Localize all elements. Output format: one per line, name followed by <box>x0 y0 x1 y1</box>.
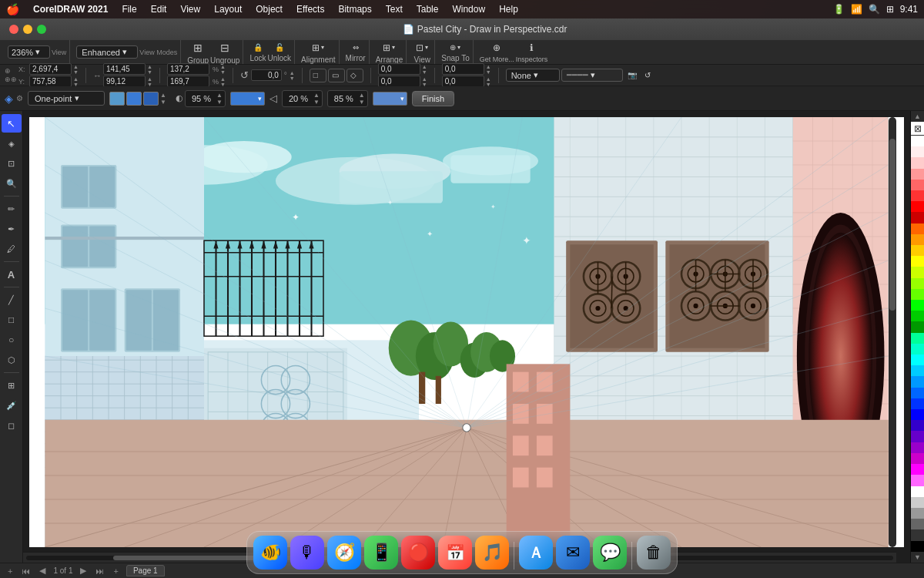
none-dropdown[interactable]: None ▾ <box>506 69 560 82</box>
linestyle-dropdown[interactable]: ━━━━ ▾ <box>561 69 623 82</box>
close-button[interactable] <box>9 25 18 34</box>
color-teal-light[interactable] <box>911 344 924 355</box>
color-purple[interactable] <box>911 442 924 453</box>
color-dark-grey[interactable] <box>911 519 924 529</box>
color-swatch-2[interactable] <box>126 92 142 106</box>
view-button[interactable]: ⊡▾ <box>413 41 431 55</box>
px-arrows[interactable]: ▲ ▼ <box>422 64 427 75</box>
color-sky[interactable] <box>911 365 924 376</box>
color-blue-deep[interactable] <box>911 398 924 409</box>
px2-arrows[interactable]: ▲ ▼ <box>486 64 491 75</box>
node-tool-btn[interactable]: ◈ <box>2 134 22 153</box>
color-white[interactable] <box>911 136 924 146</box>
rect-tool-btn[interactable]: □ <box>2 311 22 329</box>
minimize-button[interactable] <box>23 25 32 34</box>
color-charcoal[interactable] <box>911 529 924 540</box>
color-yellow[interactable] <box>911 245 924 256</box>
color-swatch-1[interactable] <box>109 92 125 106</box>
dock-safari[interactable]: 🧭 <box>327 536 361 570</box>
palette-no-fill[interactable]: ⊠ <box>911 122 924 136</box>
color-light-grey[interactable] <box>911 497 924 508</box>
color-aqua[interactable] <box>911 333 924 344</box>
color-dark-green[interactable] <box>911 311 924 321</box>
dock-phone[interactable]: 📱 <box>364 536 398 570</box>
getmore-button[interactable]: ⊕ <box>490 41 504 55</box>
color-dark-red[interactable] <box>911 212 924 223</box>
color-grey[interactable] <box>911 508 924 519</box>
zoom-tool-btn[interactable]: 🔍 <box>2 174 22 193</box>
text-tool-btn[interactable]: A <box>2 265 22 284</box>
color-pure-blue[interactable] <box>911 409 924 420</box>
menubar-help[interactable]: Help <box>493 2 524 16</box>
v-scrollbar-thumb[interactable] <box>889 139 896 311</box>
eyedropper-tool-btn[interactable]: 💉 <box>2 396 22 415</box>
search-icon[interactable]: 🔍 <box>869 4 880 15</box>
maximize-button[interactable] <box>37 25 46 34</box>
color-med-pink[interactable] <box>911 169 924 180</box>
color-violet[interactable] <box>911 431 924 442</box>
menubar-view[interactable]: View <box>174 2 206 16</box>
palette-scroll-up[interactable]: ▲ <box>911 111 924 122</box>
color-red[interactable] <box>911 201 924 212</box>
opacity1-arrows[interactable]: ▲ ▼ <box>216 92 223 106</box>
color-forest-green[interactable] <box>911 321 924 332</box>
refresh-icon[interactable]: ↺ <box>240 69 249 81</box>
controlcenter-icon[interactable]: ⊞ <box>886 4 894 15</box>
add-page-end-button[interactable]: + <box>112 566 119 576</box>
x-input[interactable] <box>29 63 72 75</box>
diamond-shape-btn[interactable]: ◇ <box>346 69 363 82</box>
w-input[interactable] <box>103 63 146 75</box>
inspectors-button[interactable]: ℹ <box>527 41 537 55</box>
apple-menu[interactable]: 🍎 <box>6 3 19 15</box>
fade-icon[interactable]: ◁ <box>270 92 277 104</box>
color-green[interactable] <box>911 300 924 311</box>
menubar-edit[interactable]: Edit <box>145 2 173 16</box>
camera-btn[interactable]: 📷 <box>624 69 640 81</box>
crop-tool-btn[interactable]: ⊡ <box>2 154 22 173</box>
canvas-artwork[interactable]: ✦ ✦ ✦ ✦ ✦ <box>29 117 904 547</box>
refresh2-btn[interactable]: ↺ <box>641 69 654 81</box>
color-orange[interactable] <box>911 223 924 234</box>
persp-settings-icon[interactable]: ⚙ <box>16 94 23 102</box>
color-fuchsia[interactable] <box>911 464 924 475</box>
pos-x2-input[interactable] <box>442 63 484 75</box>
menubar-layout[interactable]: Layout <box>208 2 248 16</box>
opacity2-input[interactable] <box>285 94 312 103</box>
next-page-button[interactable]: ▶ <box>79 566 88 576</box>
dock-trash[interactable]: 🗑 <box>637 536 671 570</box>
color-green-yellow[interactable] <box>911 278 924 289</box>
polygon-tool-btn[interactable]: ⬡ <box>2 351 22 369</box>
color-black[interactable] <box>911 541 924 552</box>
last-page-button[interactable]: ⏭ <box>94 566 105 576</box>
color-salmon[interactable] <box>911 180 924 190</box>
dock-app5[interactable]: 🔴 <box>401 536 435 570</box>
perspective-type-dropdown[interactable]: One-point ▾ <box>28 91 105 106</box>
cursor-tool-btn[interactable]: ↖ <box>2 114 22 133</box>
py2-arrows[interactable]: ▲ ▼ <box>486 76 491 87</box>
finish-button[interactable]: Finish <box>412 91 454 106</box>
unlock-button[interactable]: 🔓 <box>272 42 287 53</box>
rotation-input[interactable] <box>251 69 282 81</box>
alignment-button[interactable]: ⊞▾ <box>309 41 327 55</box>
rect2-shape-btn[interactable]: ▭ <box>328 69 345 82</box>
color-pink-light[interactable] <box>911 475 924 486</box>
menubar-effects[interactable]: Effects <box>290 2 330 16</box>
color-light-pink[interactable] <box>911 146 924 157</box>
w-arrows[interactable]: ▲ ▼ <box>147 64 152 75</box>
color-pink[interactable] <box>911 157 924 168</box>
arrange-button[interactable]: ⊞▾ <box>380 41 398 55</box>
color-indigo[interactable] <box>911 420 924 431</box>
py-arrows[interactable]: ▲ ▼ <box>422 76 427 87</box>
color-lime[interactable] <box>911 267 924 277</box>
color-blue[interactable] <box>911 388 924 398</box>
color-swatch-arrows[interactable]: ▲ ▼ <box>160 92 171 106</box>
color-swatch-3[interactable] <box>143 92 159 106</box>
opacity3-input[interactable] <box>330 94 357 103</box>
h-arrows[interactable]: ▲ ▼ <box>147 76 152 87</box>
menubar-file[interactable]: File <box>116 2 142 16</box>
line-tool-btn[interactable]: ╱ <box>2 291 22 309</box>
menubar-text[interactable]: Text <box>380 2 409 16</box>
prev-page-button[interactable]: ◀ <box>38 566 47 576</box>
x-arrows[interactable]: ▲ ▼ <box>73 64 79 75</box>
group-button[interactable]: ⊞ <box>190 40 206 55</box>
